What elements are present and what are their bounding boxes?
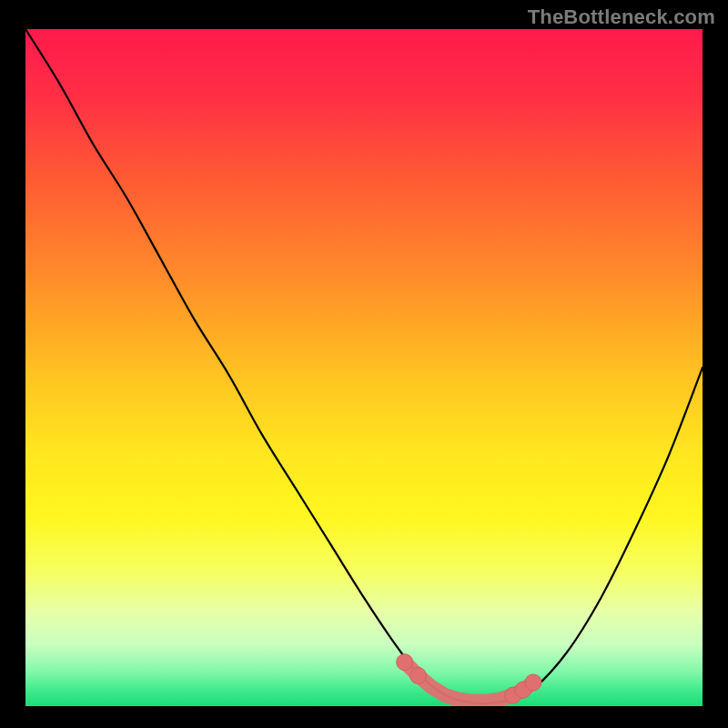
- watermark-text: TheBottleneck.com: [528, 5, 715, 29]
- chart-svg: [25, 29, 703, 706]
- highlight-dot: [525, 674, 541, 691]
- gradient-background: [25, 29, 703, 706]
- highlight-dot: [397, 654, 413, 671]
- chart-frame: TheBottleneck.com: [0, 0, 728, 728]
- highlight-dot: [410, 668, 427, 684]
- chart-plot: [25, 29, 703, 706]
